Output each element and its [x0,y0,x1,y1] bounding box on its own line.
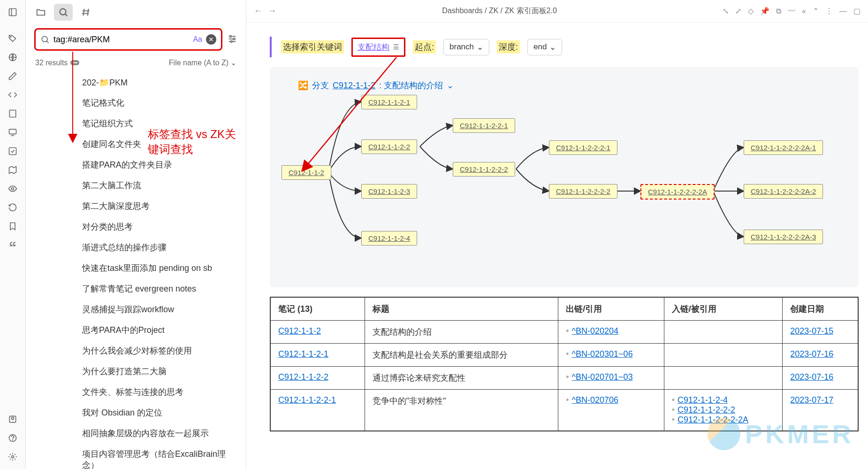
help-icon[interactable] [4,430,21,446]
match-case-toggle[interactable]: Aa [193,35,202,44]
outlink[interactable]: ^BN-020301~06 [572,349,633,359]
date-link[interactable]: 2023-07-15 [790,326,833,336]
pencil-icon[interactable] [4,68,21,85]
graph-node[interactable]: C912-1-1-2-2-2 [453,162,515,177]
graph-node[interactable]: C912-1-1-2-2-2-1 [549,140,617,155]
search-result-item[interactable]: 第二大脑深度思考 [26,196,246,216]
expand-icon[interactable]: ⤢ [735,7,741,15]
map-icon[interactable] [4,161,21,178]
graph-node[interactable]: C912-1-1-2 [282,165,331,180]
copy-icon[interactable]: ⧉ [776,7,781,15]
dropdown-depth[interactable]: end⌄ [527,39,562,55]
search-result-item[interactable]: 快速在task里面添加 pending on sb [26,258,246,278]
search-result-item[interactable]: 为什么我会减少对标签的使用 [26,340,246,361]
table-header: 出链/引用 [558,298,664,321]
graph-node[interactable]: C912-1-1-2-2-2-2 [549,184,617,199]
search-result-item[interactable]: 202-📁PKM [26,73,246,92]
svg-point-2 [10,37,11,38]
more-up-icon[interactable]: ⌃ [813,7,819,15]
nav-forward-icon[interactable]: → [268,6,276,16]
outlink[interactable]: ^BN-020204 [572,326,619,336]
search-result-item[interactable]: 搭建PARA的文件夹目录 [26,154,246,175]
table-row: C912-1-1-2支配结构的介绍•^BN-0202042023-07-15 [271,321,858,344]
main-header: ← → Dashboards / ZK / ZK 索引面板2.0 ⤡ ⤢ ◇ 📌… [246,0,868,23]
note-link[interactable]: C912-1-1-2 [278,326,321,336]
search-result-item[interactable]: 第二大脑工作流 [26,175,246,196]
eye-icon[interactable] [4,180,21,197]
table-header: 笔记 (13) [271,298,365,321]
more-icon[interactable]: ⋮ [825,7,833,15]
graph-node[interactable]: C912-1-1-2-1 [361,95,417,109]
search-input[interactable] [53,35,189,45]
collapse-icon[interactable]: ⤡ [723,7,729,15]
send-icon[interactable]: ◇ [748,7,754,15]
svg-point-9 [12,188,14,190]
search-result-item[interactable]: 笔记组织方式 [26,113,246,134]
date-link[interactable]: 2023-07-17 [790,395,833,405]
note-link[interactable]: C912-1-1-2-2-1 [278,395,336,405]
search-result-item[interactable]: 了解常青笔记 evergreen notes [26,278,246,299]
search-result-item[interactable]: 对分类的思考 [26,216,246,237]
label-start: 起点: [413,40,436,54]
svg-line-17 [84,9,84,16]
list-icon[interactable]: ☰ [393,43,399,51]
maximize-icon[interactable]: ▢ [853,7,860,15]
monitor-icon[interactable] [4,124,21,141]
graph-node[interactable]: C912-1-1-2-3 [361,184,417,199]
graph-node[interactable]: C912-1-1-2-2-2-2A-2 [744,184,823,199]
activity-icon[interactable]: 〰 [788,7,795,15]
outlink[interactable]: ^BN-020706 [572,395,619,405]
bookmark-icon[interactable] [4,218,21,235]
check-square-icon[interactable] [4,143,21,160]
keyword-link[interactable]: 支配结构 [358,42,389,53]
sidebar-toggle-icon[interactable] [4,4,21,21]
undo-icon[interactable] [4,199,21,216]
inlink[interactable]: C912-1-1-2-2-2-2A [678,415,748,424]
tag-icon[interactable] [4,30,21,47]
search-result-item[interactable]: 笔记格式化 [26,92,246,113]
globe-icon[interactable] [4,49,21,66]
user-icon[interactable] [4,411,21,428]
clear-search-icon[interactable]: ✕ [206,34,216,45]
search-result-item[interactable]: 创建同名文件夹 [26,134,246,154]
breadcrumb[interactable]: Dashboards / ZK / ZK 索引面板2.0 [284,6,715,16]
search-result-item[interactable]: 文件夹、标签与连接的思考 [26,382,246,402]
sort-dropdown[interactable]: File name (A to Z) ⌄ [169,58,236,67]
nav-back-icon[interactable]: ← [254,6,262,16]
settings-icon[interactable] [4,448,21,465]
tab-files[interactable] [31,4,50,21]
chevron-down-icon: ⌄ [477,42,483,52]
inlink[interactable]: C912-1-1-2-2-2 [678,405,735,415]
graph-node[interactable]: C912-1-1-2-2-2-2A-3 [744,230,823,244]
inlink[interactable]: C912-1-1-2-4 [678,395,728,405]
code-icon[interactable] [4,86,21,103]
quote-icon[interactable] [4,237,21,254]
search-result-item[interactable]: 渐进式总结的操作步骤 [26,237,246,258]
minimize-icon[interactable]: — [839,7,847,15]
svg-line-22 [46,41,48,43]
graph-node[interactable]: C912-1-1-2-4 [361,231,417,246]
graph-node-highlighted[interactable]: C912-1-1-2-2-2-2A [640,184,715,200]
search-result-item[interactable]: 相同抽象层级的内容放在一起展示 [26,423,246,444]
filter-icon[interactable] [227,34,237,46]
pin-icon[interactable]: 📌 [760,7,769,15]
date-link[interactable]: 2023-07-16 [790,372,833,382]
book-icon[interactable] [4,105,21,122]
dropdown-start[interactable]: branch⌄ [443,39,489,55]
date-link[interactable]: 2023-07-16 [790,349,833,359]
search-result-item[interactable]: 灵感捕捉与跟踪workflow [26,299,246,320]
note-link[interactable]: C912-1-1-2-1 [278,349,328,359]
note-link[interactable]: C912-1-1-2-2 [278,372,328,382]
graph-node[interactable]: C912-1-1-2-2-2-2A-1 [744,140,823,155]
keyword-box: 支配结构 ☰ [351,38,405,57]
outlink[interactable]: ^BN-020701~03 [572,372,633,382]
search-result-item[interactable]: 为什么要打造第二大脑 [26,361,246,382]
graph-node[interactable]: C912-1-1-2-2 [361,139,417,154]
tab-search[interactable] [54,4,73,21]
graph-node[interactable]: C912-1-1-2-2-1 [453,118,515,133]
search-result-item[interactable]: 我对 Obsidian 的定位 [26,402,246,423]
tab-tags[interactable] [76,4,95,21]
more-left-icon[interactable]: « [802,7,806,15]
search-result-item[interactable]: 思考PARA中的Project [26,320,246,340]
search-result-item[interactable]: 项目内容管理思考（结合ExcaliBrain理念） [26,444,246,469]
